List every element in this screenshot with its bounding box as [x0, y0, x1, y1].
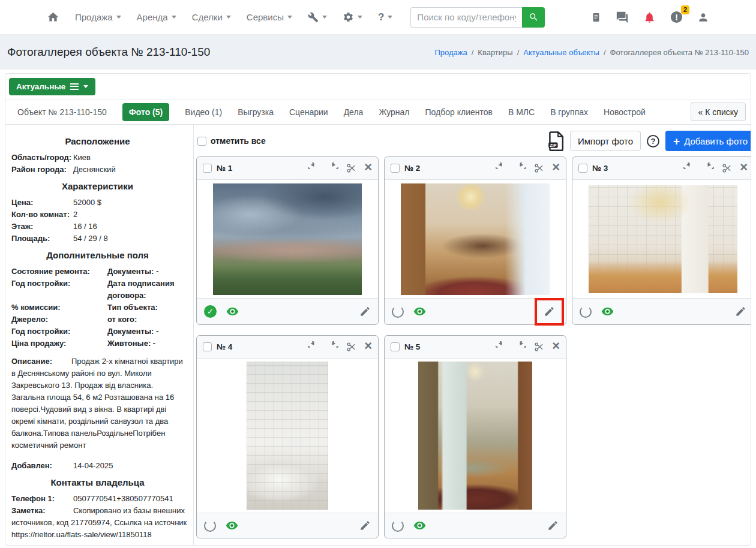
chevron-down-icon [226, 16, 231, 19]
tab-vygruzka[interactable]: Выгрузка [238, 107, 274, 117]
breadcrumb-link-aktualnye[interactable]: Актуальные объекты [523, 48, 599, 57]
rotate-right-icon[interactable] [327, 341, 338, 353]
search-button[interactable] [522, 7, 545, 28]
photo-thumbnail-5[interactable] [418, 362, 532, 510]
set-main-photo-icon[interactable] [392, 306, 404, 318]
photo-4-checkbox[interactable] [203, 342, 212, 351]
photo-thumbnail-1[interactable] [213, 183, 362, 295]
import-photo-button[interactable]: Импорт фото [570, 131, 641, 151]
object-tabs: Объект № 213-110-150 Фото (5) Видео (1) … [5, 99, 751, 125]
menu-help[interactable]: ? [378, 11, 392, 23]
photo-number: № 4 [217, 342, 232, 351]
journal-icon[interactable] [591, 11, 601, 23]
photo-card-1: № 1 × ✓ [196, 156, 379, 325]
crop-scissors-icon[interactable] [534, 163, 544, 173]
back-to-list-button[interactable]: « К списку [691, 103, 746, 121]
photo-gallery: отметить все ZIP Импорт фото ? + Добавит… [193, 125, 751, 546]
visibility-eye-icon[interactable] [601, 305, 614, 318]
rotate-left-icon[interactable] [496, 341, 507, 353]
tab-podbor[interactable]: Подбор клиентов [425, 107, 492, 117]
section-owner-contacts: Контакты владельца [7, 477, 188, 489]
set-main-photo-icon[interactable] [580, 306, 592, 318]
delete-photo-icon[interactable]: × [552, 161, 560, 174]
visibility-eye-icon[interactable] [226, 305, 239, 318]
tab-scenarii[interactable]: Сценарии [289, 107, 328, 117]
photo-thumbnail-3[interactable] [589, 185, 737, 293]
top-navbar: Продажа Аренда Сделки Сервисы ? [0, 0, 756, 35]
tab-photo[interactable]: Фото (5) [122, 103, 169, 121]
photo-thumbnail-4[interactable] [247, 362, 328, 510]
tab-dela[interactable]: Дела [344, 107, 364, 117]
photo-number: № 1 [217, 164, 232, 173]
rotate-left-icon[interactable] [496, 162, 507, 174]
page-header: Фотогаллерея объекта № 213-110-150 Прода… [0, 35, 756, 70]
menu-sdelki[interactable]: Сделки [192, 12, 231, 22]
set-main-photo-icon[interactable] [204, 520, 216, 532]
messages-icon[interactable] [615, 11, 629, 24]
alerts-icon[interactable]: ! 2 [670, 10, 683, 24]
notifications-bell-icon[interactable] [643, 11, 656, 24]
tab-mls[interactable]: В МЛС [508, 107, 535, 117]
crop-scissors-icon[interactable] [722, 163, 732, 173]
menu-prodazha[interactable]: Продажа [75, 12, 121, 22]
edit-pencil-icon[interactable] [547, 520, 559, 531]
delete-photo-icon[interactable]: × [364, 161, 372, 174]
menu-arenda[interactable]: Аренда [137, 12, 176, 22]
visibility-eye-icon[interactable] [413, 305, 427, 318]
wrench-icon [308, 12, 319, 23]
photo-1-checkbox[interactable] [203, 164, 212, 173]
main-panel: Актуальные Объект № 213-110-150 Фото (5)… [5, 73, 751, 546]
search-input[interactable] [410, 7, 522, 28]
object-info-sidebar: Расположение Область/город:Киев Район го… [5, 125, 193, 546]
visibility-eye-icon[interactable] [225, 519, 239, 532]
delete-photo-icon[interactable]: × [740, 161, 748, 174]
crop-scissors-icon[interactable] [346, 342, 356, 352]
rotate-left-icon[interactable] [308, 162, 319, 174]
select-all-checkbox[interactable] [197, 137, 206, 146]
add-photo-button[interactable]: + Добавить фото [665, 131, 751, 151]
tab-zhurnal[interactable]: Журнал [379, 107, 409, 117]
edit-pencil-icon[interactable] [735, 306, 746, 317]
download-zip-icon[interactable]: ZIP [548, 131, 564, 151]
menu-servisy[interactable]: Сервисы [247, 12, 292, 22]
breadcrumb-link-prodazha[interactable]: Продажа [434, 48, 467, 57]
description-text: Продаж 2-х кімнатної квартири в Деснянсь… [11, 357, 183, 450]
help-icon[interactable]: ? [647, 135, 659, 147]
chevron-down-icon [116, 16, 121, 19]
menu-tools[interactable] [308, 12, 327, 23]
rotate-right-icon[interactable] [515, 341, 526, 353]
home-icon[interactable] [47, 11, 59, 23]
set-main-photo-icon[interactable] [392, 520, 404, 532]
chevron-down-icon [358, 16, 362, 19]
edit-pencil-icon[interactable] [359, 520, 371, 531]
city-value: Киев [73, 153, 91, 162]
rotate-right-icon[interactable] [515, 162, 526, 174]
rotate-left-icon[interactable] [683, 162, 695, 174]
tab-novostroy[interactable]: Новострой [604, 107, 646, 117]
main-photo-check-icon[interactable]: ✓ [204, 305, 217, 318]
visibility-eye-icon[interactable] [413, 519, 427, 532]
photo-2-checkbox[interactable] [391, 164, 400, 173]
photo-5-checkbox[interactable] [391, 342, 400, 351]
rotate-right-icon[interactable] [703, 162, 714, 174]
photo-3-checkbox[interactable] [578, 164, 587, 173]
edit-pencil-icon[interactable] [359, 306, 371, 317]
crop-scissors-icon[interactable] [346, 163, 356, 173]
tab-object[interactable]: Объект № 213-110-150 [17, 107, 107, 117]
floor-value: 16 / 16 [73, 222, 97, 231]
user-profile-icon[interactable] [697, 11, 709, 23]
tab-gruppy[interactable]: В группах [550, 107, 588, 117]
home-icon [47, 11, 59, 23]
tab-video[interactable]: Видео (1) [185, 107, 222, 117]
edit-pencil-icon[interactable] [544, 306, 555, 317]
chevron-down-icon [83, 85, 88, 88]
delete-photo-icon[interactable]: × [364, 339, 372, 353]
crop-scissors-icon[interactable] [534, 342, 544, 352]
rotate-left-icon[interactable] [308, 341, 319, 353]
rotate-right-icon[interactable] [327, 162, 338, 174]
delete-photo-icon[interactable]: × [552, 339, 560, 353]
rooms-value: 2 [73, 210, 77, 219]
photo-thumbnail-2[interactable] [401, 183, 550, 295]
status-dropdown-button[interactable]: Актуальные [9, 78, 95, 95]
menu-settings[interactable] [343, 11, 362, 23]
